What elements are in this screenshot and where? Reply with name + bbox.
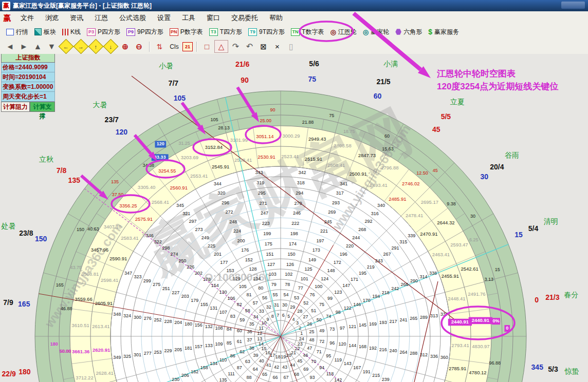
- svg-text:大暑: 大暑: [93, 101, 107, 109]
- svg-text:2523.41: 2523.41: [281, 154, 299, 159]
- svg-text:314: 314: [420, 274, 428, 279]
- draw-tool-20[interactable]: ×: [271, 41, 284, 52]
- menu-item-交易委托[interactable]: 交易委托: [226, 14, 264, 22]
- svg-text:18: 18: [275, 354, 281, 359]
- menu-item-文件[interactable]: 文件: [15, 14, 40, 22]
- svg-text:270: 270: [295, 201, 302, 206]
- svg-text:192: 192: [369, 346, 377, 351]
- svg-text:274: 274: [170, 252, 178, 257]
- svg-text:72: 72: [319, 339, 324, 344]
- svg-text:21/3: 21/3: [545, 293, 559, 301]
- menu-item-设置[interactable]: 设置: [152, 14, 176, 22]
- draw-tool-13[interactable]: 21: [182, 42, 193, 51]
- toolbar-button-9T四方形[interactable]: T99T四方形: [248, 28, 285, 36]
- toolbar-button-板块[interactable]: 板块: [34, 28, 56, 36]
- draw-tool-11[interactable]: ⇅: [153, 41, 166, 52]
- svg-text:48: 48: [309, 337, 314, 342]
- svg-text:3203.69: 3203.69: [181, 155, 198, 160]
- draw-tool-8[interactable]: ⊕: [119, 41, 132, 52]
- svg-text:273: 273: [195, 227, 203, 232]
- toolbar-button-赢家轮[interactable]: ◎赢家轮: [363, 28, 389, 36]
- draw-tool-1[interactable]: ►: [17, 41, 30, 52]
- svg-text:2: 2: [299, 326, 301, 331]
- svg-text:73: 73: [329, 327, 335, 332]
- svg-text:251: 251: [162, 286, 170, 291]
- K线-icon: [62, 29, 68, 35]
- svg-text:201: 201: [214, 252, 222, 257]
- toolbar-button-赢家服务[interactable]: $赢家服务: [428, 28, 459, 36]
- svg-text:288: 288: [410, 351, 417, 356]
- draw-tool-7[interactable]: ↓: [103, 39, 119, 54]
- svg-text:202: 202: [195, 271, 203, 276]
- svg-text:96: 96: [329, 340, 335, 346]
- toolbar-button-9P四方形[interactable]: P99P四方形: [126, 28, 163, 36]
- svg-text:118: 118: [326, 371, 334, 376]
- window-controls[interactable]: [561, 2, 585, 9]
- svg-text:3661.36: 3661.36: [72, 349, 89, 354]
- svg-text:58: 58: [245, 308, 250, 313]
- svg-text:167: 167: [353, 365, 361, 370]
- menu-item-江恩[interactable]: 江恩: [89, 14, 114, 22]
- draw-tool-3[interactable]: ▼: [45, 41, 58, 52]
- draw-tool-5[interactable]: →: [74, 39, 89, 54]
- svg-text:312: 312: [420, 352, 428, 357]
- svg-text:5/6: 5/6: [309, 60, 319, 68]
- svg-text:206: 206: [181, 373, 189, 378]
- menu-bar: 赢 文件浏览资讯江恩公式选股设置工具窗口交易委托帮助: [0, 11, 588, 25]
- svg-text:341: 341: [340, 181, 347, 186]
- draw-tool-9[interactable]: ⊖: [133, 41, 145, 52]
- draw-tool-19[interactable]: ⊠: [257, 41, 270, 52]
- svg-text:172: 172: [334, 260, 341, 265]
- menu-item-资讯[interactable]: 资讯: [64, 14, 89, 22]
- svg-text:23: 23: [298, 341, 303, 347]
- svg-text:54: 54: [284, 292, 289, 297]
- menu-item-帮助[interactable]: 帮助: [264, 14, 288, 22]
- svg-text:2491.76: 2491.76: [468, 291, 485, 297]
- svg-text:81: 81: [247, 292, 252, 297]
- toolbar-separator: [149, 42, 150, 52]
- quote-panel-title: 上证指数: [1, 54, 55, 63]
- toolbar-button-P四方形[interactable]: P3P四方形: [87, 28, 120, 36]
- svg-text:15: 15: [514, 231, 523, 239]
- toolbar-button-行情[interactable]: 行情: [6, 28, 28, 36]
- svg-text:8: 8: [271, 314, 274, 319]
- menu-item-工具[interactable]: 工具: [176, 14, 201, 22]
- toolbar-button-T四方形[interactable]: T3T四方形: [209, 28, 242, 36]
- draw-tool-17[interactable]: ↷: [229, 41, 242, 52]
- menu-item-浏览[interactable]: 浏览: [40, 14, 64, 22]
- svg-text:343: 343: [255, 170, 263, 175]
- menu-item-窗口[interactable]: 窗口: [201, 14, 226, 22]
- draw-tool-16[interactable]: △: [214, 40, 228, 53]
- svg-text:4830.97: 4830.97: [472, 343, 489, 349]
- svg-text:345: 345: [176, 203, 184, 208]
- svg-text:21/6: 21/6: [235, 60, 249, 68]
- draw-tool-12[interactable]: Cls: [167, 41, 181, 52]
- svg-text:3305.40: 3305.40: [138, 184, 155, 190]
- calc-button-计算支撑[interactable]: 计算支撑: [30, 102, 55, 112]
- menu-item-公式选股[interactable]: 公式选股: [114, 14, 152, 22]
- svg-text:2583.41: 2583.41: [121, 235, 138, 241]
- toolbar-button-K线[interactable]: K线: [62, 28, 81, 36]
- svg-text:194: 194: [372, 294, 380, 299]
- toolbar-button-江恩轮[interactable]: ◎江恩轮: [330, 28, 356, 36]
- draw-tool-2[interactable]: ▲: [31, 41, 44, 52]
- svg-text:245: 245: [324, 219, 332, 224]
- svg-text:45: 45: [432, 125, 440, 133]
- draw-tool-6[interactable]: ↑: [88, 39, 104, 54]
- svg-text:148: 148: [327, 268, 335, 273]
- toolbar-label: 板块: [44, 28, 56, 36]
- draw-tool-21[interactable]: ▯: [285, 41, 298, 52]
- draw-tool-18[interactable]: ↶: [243, 41, 256, 52]
- svg-text:82: 82: [237, 302, 242, 307]
- svg-text:98: 98: [336, 310, 341, 315]
- toolbar-button-六角形[interactable]: 六角形: [395, 28, 422, 36]
- toolbar-button-P数字表[interactable]: PNP数字表: [170, 28, 203, 36]
- toolbar-label: 赢家服务: [434, 28, 459, 36]
- svg-text:3712.22: 3712.22: [76, 375, 93, 380]
- svg-text:55: 55: [272, 292, 278, 297]
- draw-tool-0[interactable]: ◄: [4, 41, 16, 52]
- calc-button-计算阻力[interactable]: 计算阻力: [1, 102, 30, 112]
- draw-tool-15[interactable]: □: [200, 41, 213, 52]
- toolbar-button-T数字表[interactable]: TNT数字表: [291, 28, 324, 36]
- draw-tool-4[interactable]: ←: [59, 39, 74, 54]
